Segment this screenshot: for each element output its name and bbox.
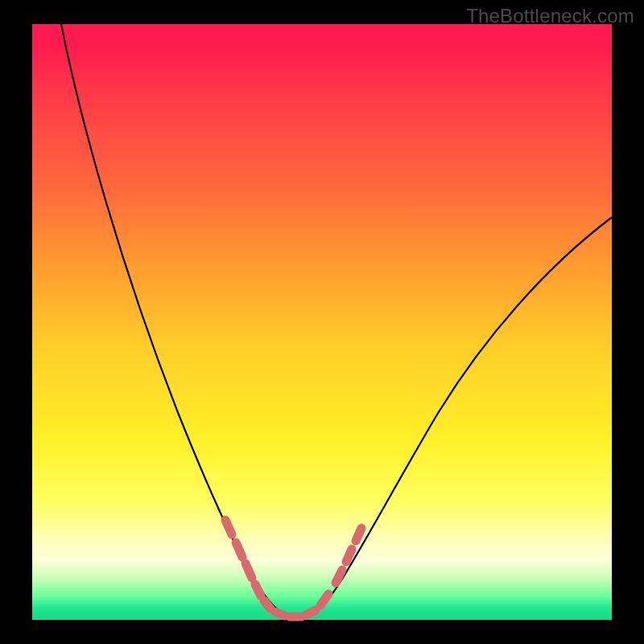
svg-line-10 (346, 549, 352, 562)
svg-line-4 (264, 601, 270, 609)
svg-line-3 (255, 584, 261, 596)
svg-line-2 (246, 564, 252, 578)
svg-line-8 (320, 594, 328, 605)
plot-area (32, 24, 612, 620)
watermark-text: TheBottleneck.com (466, 5, 634, 27)
chart-frame: TheBottleneck.com (0, 0, 644, 644)
svg-line-11 (356, 528, 361, 541)
curve-markers (225, 520, 361, 617)
svg-line-7 (306, 610, 316, 615)
curve-path (61, 24, 612, 617)
svg-line-1 (236, 543, 242, 557)
svg-line-0 (225, 520, 232, 535)
svg-line-5 (275, 612, 285, 616)
svg-line-9 (336, 570, 342, 583)
bottleneck-curve (32, 24, 612, 620)
